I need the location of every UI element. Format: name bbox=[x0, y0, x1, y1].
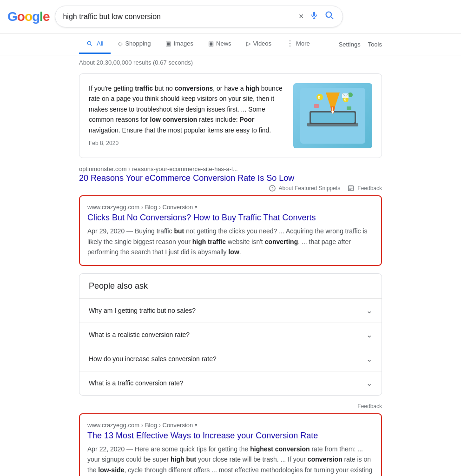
snippet-source: optinmonster.com › reasons-your-ecommerc… bbox=[79, 165, 382, 172]
feedback-btn-2[interactable]: Feedback bbox=[357, 403, 382, 410]
result2-title-link[interactable]: The 13 Most Effective Ways to Increase y… bbox=[87, 431, 318, 440]
search-button[interactable] bbox=[324, 10, 335, 23]
result2-snippet: Apr 22, 2020 — Here are some quick tips … bbox=[87, 444, 374, 476]
paa-question-4[interactable]: What is a traffic conversion rate? ⌄ bbox=[79, 371, 382, 395]
google-logo: Google bbox=[7, 9, 49, 24]
svg-rect-20 bbox=[314, 104, 319, 108]
snippet-feedback-btn[interactable]: Feedback bbox=[348, 185, 382, 192]
search-bar: × bbox=[55, 6, 343, 27]
paa-question-3[interactable]: How do you increase sales conversion rat… bbox=[79, 347, 382, 371]
tools-link[interactable]: Tools bbox=[368, 41, 382, 48]
svg-line-4 bbox=[331, 17, 333, 19]
result1-domain: www.crazyegg.com bbox=[87, 204, 139, 211]
result2-dropdown[interactable]: ▾ bbox=[195, 422, 198, 428]
search-result-2: www.crazyegg.com › Blog › Conversion ▾ T… bbox=[79, 413, 382, 476]
snippet-date: Feb 8, 2020 bbox=[89, 139, 284, 148]
tab-more[interactable]: ⋮ More bbox=[279, 33, 317, 55]
result1-title-link[interactable]: Clicks But No Conversions? How to Buy Tr… bbox=[87, 213, 316, 222]
tab-videos[interactable]: ▷ Videos bbox=[239, 34, 279, 54]
search-input[interactable] bbox=[63, 13, 297, 21]
paa-header: People also ask bbox=[79, 274, 382, 299]
paa-chevron-3: ⌄ bbox=[366, 355, 372, 364]
paa-question-1[interactable]: Why am I getting traffic but no sales? ⌄ bbox=[79, 299, 382, 323]
header: Google × bbox=[0, 0, 461, 33]
nav-tabs: All ◇ Shopping ▣ Images ▣ News ▷ Videos … bbox=[0, 33, 461, 55]
svg-line-6 bbox=[90, 44, 92, 46]
settings-link[interactable]: Settings bbox=[339, 41, 361, 48]
result2-title[interactable]: The 13 Most Effective Ways to Increase y… bbox=[87, 430, 374, 441]
tab-news[interactable]: ▣ News bbox=[201, 34, 239, 54]
featured-snippet: If you're getting traffic but no convers… bbox=[79, 73, 382, 158]
search-result-1: www.crazyegg.com › Blog › Conversion ▾ C… bbox=[79, 195, 382, 266]
result2-url: www.crazyegg.com › Blog › Conversion ▾ bbox=[87, 422, 374, 429]
tab-images[interactable]: ▣ Images bbox=[158, 34, 201, 54]
result1-title[interactable]: Clicks But No Conversions? How to Buy Tr… bbox=[87, 212, 374, 223]
tab-shopping[interactable]: ◇ Shopping bbox=[111, 34, 158, 54]
snippet-feedback-row: ? About Featured Snippets Feedback bbox=[79, 185, 382, 192]
clear-button[interactable]: × bbox=[298, 11, 305, 22]
svg-point-17 bbox=[348, 93, 353, 97]
result2-domain: www.crazyegg.com bbox=[87, 422, 139, 429]
snippet-title-link[interactable]: 20 Reasons Your eCommerce Conversion Rat… bbox=[79, 173, 294, 183]
paa-question-2[interactable]: What is a realistic conversion rate? ⌄ bbox=[79, 323, 382, 347]
results-count: About 20,30,00,000 results (0.67 seconds… bbox=[0, 55, 461, 70]
svg-text:?: ? bbox=[271, 186, 273, 191]
svg-rect-21 bbox=[347, 106, 351, 110]
svg-text:$: $ bbox=[318, 95, 320, 100]
paa-chevron-2: ⌄ bbox=[366, 331, 372, 339]
result1-dropdown[interactable]: ▾ bbox=[195, 204, 198, 210]
result1-url: www.crazyegg.com › Blog › Conversion ▾ bbox=[87, 204, 374, 211]
feedback-row-2: Feedback bbox=[79, 403, 382, 410]
svg-rect-10 bbox=[311, 112, 355, 123]
microphone-button[interactable] bbox=[309, 10, 319, 23]
about-featured-snippets[interactable]: ? About Featured Snippets bbox=[269, 185, 341, 192]
snippet-title[interactable]: 20 Reasons Your eCommerce Conversion Rat… bbox=[79, 173, 382, 183]
result1-snippet: Apr 29, 2020 — Buying traffic but not ge… bbox=[87, 226, 374, 257]
snippet-image: $ $ bbox=[293, 83, 372, 148]
paa-chevron-4: ⌄ bbox=[366, 379, 372, 388]
people-also-ask: People also ask Why am I getting traffic… bbox=[79, 273, 382, 396]
snippet-text: If you're getting traffic but no convers… bbox=[89, 83, 284, 148]
svg-text:$: $ bbox=[344, 98, 346, 102]
tab-all[interactable]: All bbox=[79, 34, 111, 54]
svg-rect-0 bbox=[313, 12, 316, 16]
paa-chevron-1: ⌄ bbox=[366, 306, 372, 315]
